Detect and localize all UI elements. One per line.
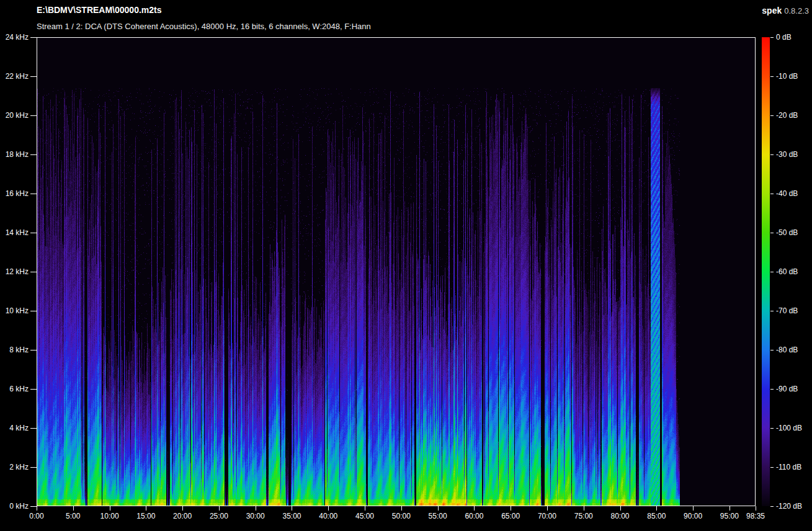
time-tick xyxy=(656,506,657,511)
time-tick-label: 10:00 xyxy=(100,512,119,520)
time-tick-label: 55:00 xyxy=(429,512,447,520)
db-tick-label: -30 dB xyxy=(776,150,798,159)
freq-tick xyxy=(30,37,37,38)
freq-tick xyxy=(30,311,37,311)
time-tick-label: 25:00 xyxy=(210,512,228,520)
time-tick xyxy=(584,506,584,511)
time-tick xyxy=(328,506,329,511)
time-tick xyxy=(110,506,110,511)
time-tick xyxy=(73,506,74,511)
freq-tick xyxy=(30,467,37,468)
freq-tick xyxy=(30,350,37,350)
freq-tick-label: 6 kHz xyxy=(0,385,29,393)
time-tick xyxy=(401,506,402,511)
db-tick-label: -70 dB xyxy=(776,306,798,315)
time-tick-label: 50:00 xyxy=(392,512,411,520)
app-name: spek xyxy=(762,6,782,16)
time-tick-label: 30:00 xyxy=(246,512,265,520)
db-tick xyxy=(770,467,774,468)
freq-tick-label: 2 kHz xyxy=(0,463,29,471)
db-tick xyxy=(770,272,774,272)
time-tick-label: 15:00 xyxy=(136,512,155,520)
time-tick-label: 70:00 xyxy=(538,512,556,520)
db-tick xyxy=(770,311,774,311)
freq-tick xyxy=(30,389,37,390)
db-tick xyxy=(770,389,774,390)
time-tick-label: 60:00 xyxy=(465,512,483,520)
db-tick-label: -50 dB xyxy=(776,228,798,237)
stream-info: Stream 1 / 2: DCA (DTS Coherent Acoustic… xyxy=(37,22,371,31)
time-tick xyxy=(547,506,548,511)
freq-tick xyxy=(30,194,37,194)
db-tick-label: -80 dB xyxy=(776,346,798,354)
time-tick xyxy=(438,506,439,511)
freq-tick-label: 18 kHz xyxy=(0,150,29,159)
file-path-title: E:\BDMV\STREAM\00000.m2ts xyxy=(37,5,162,15)
freq-tick-label: 8 kHz xyxy=(0,346,29,354)
time-tick-label: 95:00 xyxy=(720,512,739,520)
time-tick-label: 80:00 xyxy=(611,512,630,520)
freq-tick xyxy=(30,154,37,155)
app-version: spek0.8.2.3 xyxy=(762,6,809,16)
db-tick xyxy=(770,154,774,155)
time-tick-label: 35:00 xyxy=(282,512,301,520)
app-version-number: 0.8.2.3 xyxy=(784,6,809,16)
time-tick-label: 40:00 xyxy=(319,512,337,520)
db-tick-label: -90 dB xyxy=(776,385,798,393)
db-tick xyxy=(770,76,774,77)
time-tick xyxy=(219,506,220,511)
freq-tick-label: 16 kHz xyxy=(0,189,29,198)
time-tick xyxy=(256,506,256,511)
time-tick-label: 90:00 xyxy=(684,512,702,520)
db-tick xyxy=(770,37,774,38)
time-tick xyxy=(756,506,756,511)
time-tick-label: 65:00 xyxy=(501,512,520,520)
db-tick-label: -10 dB xyxy=(776,72,798,81)
db-tick xyxy=(770,506,774,507)
freq-tick-label: 20 kHz xyxy=(0,111,29,120)
db-tick-label: -40 dB xyxy=(776,189,798,198)
time-tick-label: 98:35 xyxy=(746,512,765,520)
spectrogram-plot xyxy=(37,37,756,506)
time-tick xyxy=(474,506,475,511)
db-tick-label: -20 dB xyxy=(776,111,798,120)
time-tick-label: 75:00 xyxy=(574,512,593,520)
spek-window: E:\BDMV\STREAM\00000.m2ts Stream 1 / 2: … xyxy=(0,0,812,531)
time-tick xyxy=(182,506,183,511)
db-tick-label: 0 dB xyxy=(776,33,792,42)
freq-tick-label: 10 kHz xyxy=(0,306,29,315)
time-tick xyxy=(729,506,730,511)
time-tick xyxy=(365,506,365,511)
spectrogram-canvas xyxy=(37,38,755,506)
db-tick-label: -110 dB xyxy=(776,463,801,471)
time-tick xyxy=(693,506,694,511)
db-tick xyxy=(770,350,774,350)
freq-tick-label: 0 kHz xyxy=(0,502,29,511)
legend-colorbar xyxy=(762,37,770,506)
time-tick xyxy=(620,506,621,511)
freq-tick-label: 24 kHz xyxy=(0,33,29,42)
time-tick-label: 0:00 xyxy=(29,512,43,520)
freq-tick xyxy=(30,272,37,272)
time-tick xyxy=(146,506,146,511)
freq-tick xyxy=(30,506,37,507)
time-tick xyxy=(511,506,511,511)
db-tick xyxy=(770,115,774,116)
time-tick-label: 45:00 xyxy=(355,512,374,520)
freq-tick-label: 14 kHz xyxy=(0,228,29,237)
db-tick-label: -60 dB xyxy=(776,267,798,276)
db-tick-label: -100 dB xyxy=(776,424,802,432)
time-tick xyxy=(292,506,292,511)
freq-tick-label: 22 kHz xyxy=(0,72,29,81)
time-tick xyxy=(37,506,37,511)
db-tick xyxy=(770,194,774,194)
db-tick xyxy=(770,428,774,429)
freq-tick xyxy=(30,428,37,429)
freq-tick xyxy=(30,233,37,233)
freq-tick xyxy=(30,115,37,116)
time-tick-label: 85:00 xyxy=(647,512,666,520)
time-tick-label: 20:00 xyxy=(173,512,192,520)
freq-tick-label: 4 kHz xyxy=(0,424,29,432)
freq-tick-label: 12 kHz xyxy=(0,267,29,276)
db-tick xyxy=(770,233,774,233)
